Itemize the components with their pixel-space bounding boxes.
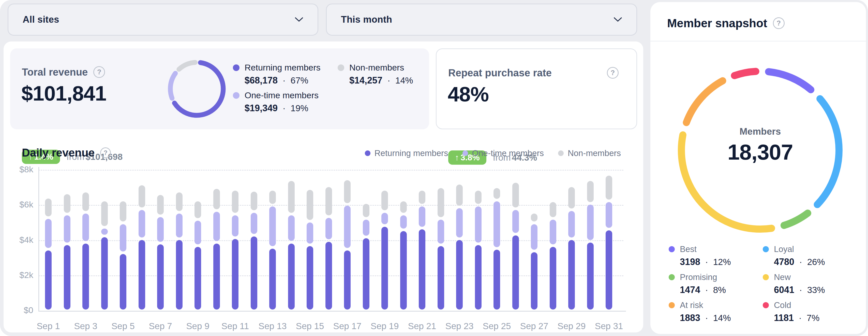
legend-label: Non-members — [568, 148, 621, 158]
x-axis-tick: Sep 17 — [327, 321, 368, 331]
bar-segment-one-time-members — [120, 224, 126, 251]
daily-revenue-title: Daily revenue — [22, 146, 95, 159]
legend-label: One-time members — [245, 90, 318, 100]
bar-segment-non-members — [587, 181, 594, 202]
legend-item: One-time members $19,349 · 19% — [233, 90, 318, 114]
x-axis-tick: Sep 21 — [402, 321, 442, 331]
bar-segment-non-members — [606, 176, 612, 200]
legend-item: One-time members — [463, 148, 544, 158]
legend-label: Returning members — [245, 63, 320, 73]
bar-segment-non-members — [531, 214, 537, 221]
legend-label: At risk — [680, 300, 703, 310]
bar-segment-one-time-members — [550, 220, 556, 244]
site-selector-value: All sites — [23, 14, 59, 25]
bar-segment-returning-members — [45, 250, 52, 310]
bar-segment-one-time-members — [288, 215, 295, 241]
y-axis-tick: $0 — [3, 305, 33, 315]
bar-segment-one-time-members — [157, 217, 164, 242]
x-axis-tick: Sep 9 — [178, 321, 218, 331]
bar-segment-non-members — [269, 191, 276, 204]
bar-segment-returning-members — [101, 237, 108, 310]
bar-segment-one-time-members — [326, 218, 332, 239]
bar-segment-one-time-members — [251, 213, 257, 234]
legend-dot — [669, 302, 675, 308]
period-selector-dropdown[interactable]: This month — [326, 4, 637, 36]
legend-value: $68,178 · 67% — [245, 75, 320, 86]
divider — [650, 41, 866, 41]
x-axis-tick: Sep 7 — [140, 321, 181, 331]
legend-label: Promising — [680, 272, 717, 282]
bar-segment-one-time-members — [232, 215, 239, 236]
bar-segment-one-time-members — [344, 206, 351, 248]
revenue-overview-card: Toral revenue ? $101,841 ↑ 1.4% from $10… — [4, 41, 643, 332]
member-snapshot-title: Member snapshot — [667, 16, 767, 30]
bar-segment-returning-members — [475, 245, 482, 310]
bar-segment-one-time-members — [45, 219, 52, 248]
bar-segment-non-members — [138, 185, 145, 207]
bar-segment-non-members — [64, 194, 70, 213]
bar-segment-returning-members — [288, 244, 295, 310]
help-icon[interactable]: ? — [607, 67, 619, 79]
bar-segment-returning-members — [344, 250, 351, 310]
legend-value: 1181 · 7% — [774, 313, 819, 323]
legend-item: Non-members — [558, 148, 621, 158]
legend-dot — [763, 274, 769, 280]
period-selector-value: This month — [341, 14, 392, 25]
bar-segment-one-time-members — [194, 221, 201, 245]
bar-segment-returning-members — [157, 244, 164, 310]
bar-segment-returning-members — [419, 229, 425, 310]
bar-segment-returning-members — [587, 243, 594, 310]
x-axis-tick: Sep 27 — [514, 321, 555, 331]
x-axis-line — [38, 311, 626, 312]
bar-segment-returning-members — [269, 249, 276, 310]
gridline — [38, 205, 623, 206]
legend-dot — [669, 274, 675, 280]
legend-value: 6041 · 33% — [774, 285, 825, 295]
bar-segment-one-time-members — [494, 201, 500, 247]
bar-segment-one-time-members — [512, 210, 519, 233]
daily-revenue-legend: Returning members One-time members Non-m… — [365, 148, 621, 158]
bar-segment-non-members — [568, 187, 575, 208]
x-axis-tick: Sep 13 — [252, 321, 293, 331]
legend-dot — [338, 64, 344, 71]
site-selector-dropdown[interactable]: All sites — [8, 4, 318, 36]
legend-dot — [365, 150, 370, 156]
bar-segment-non-members — [512, 183, 519, 207]
legend-item: Loyal 4780 · 26% — [763, 244, 825, 267]
member-snapshot-card: Member snapshot ? Members 18,307 Best 31… — [650, 2, 866, 334]
legend-label: Returning members — [374, 148, 448, 158]
bar-segment-returning-members — [438, 246, 444, 310]
help-icon[interactable]: ? — [93, 66, 105, 78]
bar-segment-one-time-members — [363, 220, 369, 236]
legend-item: New 6041 · 33% — [763, 272, 825, 295]
bar-segment-one-time-members — [438, 220, 444, 244]
bar-segment-one-time-members — [138, 210, 145, 237]
legend-dot — [763, 246, 769, 252]
repeat-purchase-tile: Repeat purchase rate ? 48% ↑ 3.8% from 4… — [436, 48, 637, 129]
bar-segment-non-members — [288, 181, 295, 213]
help-icon[interactable]: ? — [773, 17, 785, 29]
x-axis-tick: Sep 25 — [476, 321, 517, 331]
bar-segment-non-members — [101, 201, 108, 226]
x-axis-tick: Sep 11 — [215, 321, 255, 331]
bar-segment-one-time-members — [82, 214, 89, 241]
legend-label: Non-members — [349, 63, 404, 73]
bar-segment-returning-members — [400, 231, 407, 310]
bar-segment-non-members — [157, 195, 164, 214]
total-revenue-value: $101,841 — [21, 81, 106, 105]
x-axis-tick: Sep 29 — [551, 321, 592, 331]
help-icon[interactable]: ? — [100, 147, 111, 158]
legend-item: Promising 1474 · 8% — [669, 272, 726, 295]
total-revenue-tile: Toral revenue ? $101,841 ↑ 1.4% from $10… — [10, 48, 429, 129]
legend-label: Best — [680, 244, 696, 254]
chevron-down-icon — [614, 17, 622, 22]
bar-segment-returning-members — [82, 244, 89, 310]
repeat-purchase-value: 48% — [448, 82, 489, 106]
bar-segment-one-time-members — [400, 215, 407, 229]
bar-segment-non-members — [550, 202, 556, 217]
legend-item: Cold 1181 · 7% — [763, 300, 819, 323]
bar-segment-one-time-members — [419, 206, 425, 227]
bar-segment-returning-members — [550, 247, 556, 310]
bar-segment-non-members — [307, 190, 313, 220]
legend-dot — [558, 150, 564, 156]
